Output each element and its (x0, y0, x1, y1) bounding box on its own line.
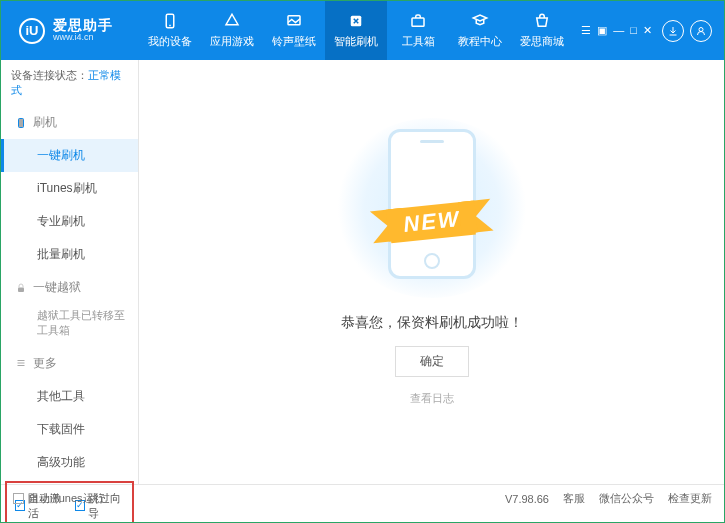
phone-small-icon (15, 117, 27, 129)
download-button[interactable] (662, 20, 684, 42)
nav-label: 智能刷机 (334, 34, 378, 49)
section-flash[interactable]: 刷机 (1, 106, 138, 139)
section-jailbreak[interactable]: 一键越狱 (1, 271, 138, 304)
ok-button[interactable]: 确定 (395, 346, 469, 377)
view-log-link[interactable]: 查看日志 (410, 391, 454, 406)
nav-apps[interactable]: 应用游戏 (201, 1, 263, 60)
nav-toolbox[interactable]: 工具箱 (387, 1, 449, 60)
nav-label: 我的设备 (148, 34, 192, 49)
version-label: V7.98.66 (505, 493, 549, 505)
svg-rect-6 (19, 118, 24, 127)
wechat-link[interactable]: 微信公众号 (599, 491, 654, 506)
nav-ringtone[interactable]: 铃声壁纸 (263, 1, 325, 60)
sidebar-item-advanced[interactable]: 高级功能 (1, 446, 138, 479)
svg-rect-7 (18, 287, 24, 292)
list-icon (15, 357, 27, 369)
download-icon (667, 25, 679, 37)
svg-point-5 (699, 27, 703, 31)
tutorial-icon (471, 12, 489, 30)
sidebar-item-batch-flash[interactable]: 批量刷机 (1, 238, 138, 271)
nav-label: 工具箱 (402, 34, 435, 49)
lock-icon (15, 282, 27, 294)
success-message: 恭喜您，保资料刷机成功啦！ (341, 314, 523, 332)
checkbox-block-itunes[interactable]: 阻止iTunes运行 (13, 491, 105, 506)
section-title: 更多 (33, 355, 57, 372)
app-header: iU 爱思助手 www.i4.cn 我的设备 应用游戏 铃声壁纸 智能刷机 工具… (1, 1, 724, 60)
sidebar-item-oneclick-flash[interactable]: 一键刷机 (1, 139, 138, 172)
apps-icon (223, 12, 241, 30)
toolbox-icon (409, 12, 427, 30)
nav-my-device[interactable]: 我的设备 (139, 1, 201, 60)
maximize-icon[interactable]: □ (630, 24, 637, 37)
section-more[interactable]: 更多 (1, 347, 138, 380)
main-content: NEW 恭喜您，保资料刷机成功啦！ 确定 查看日志 (139, 60, 724, 484)
sidebar: 设备连接状态：正常模式 刷机 一键刷机 iTunes刷机 专业刷机 批量刷机 一… (1, 60, 139, 484)
nav-label: 教程中心 (458, 34, 502, 49)
customer-service-link[interactable]: 客服 (563, 491, 585, 506)
main-nav: 我的设备 应用游戏 铃声壁纸 智能刷机 工具箱 教程中心 爱思商城 (139, 1, 573, 60)
sidebar-item-other-tools[interactable]: 其他工具 (1, 380, 138, 413)
user-icon (695, 25, 707, 37)
app-url: www.i4.cn (53, 33, 113, 43)
section-title: 一键越狱 (33, 279, 81, 296)
nav-store[interactable]: 爱思商城 (511, 1, 573, 60)
app-title: 爱思助手 (53, 18, 113, 33)
wallpaper-icon (285, 12, 303, 30)
header-right: ☰ ▣ — □ ✕ (581, 20, 712, 42)
checkbox-label: 阻止iTunes运行 (28, 491, 105, 506)
minimize-icon[interactable]: — (613, 24, 624, 37)
nav-label: 应用游戏 (210, 34, 254, 49)
store-icon (533, 12, 551, 30)
nav-tutorial[interactable]: 教程中心 (449, 1, 511, 60)
menu-icon[interactable]: ☰ (581, 24, 591, 37)
connection-status: 设备连接状态：正常模式 (1, 60, 138, 106)
nav-label: 铃声壁纸 (272, 34, 316, 49)
conn-label: 设备连接状态： (11, 69, 88, 81)
success-illustration: NEW (332, 118, 532, 298)
logo-icon: iU (19, 18, 45, 44)
user-button[interactable] (690, 20, 712, 42)
logo-area: iU 爱思助手 www.i4.cn (19, 18, 139, 44)
sidebar-item-download-firmware[interactable]: 下载固件 (1, 413, 138, 446)
jailbreak-note: 越狱工具已转移至工具箱 (1, 304, 138, 347)
sidebar-item-itunes-flash[interactable]: iTunes刷机 (1, 172, 138, 205)
nav-flash[interactable]: 智能刷机 (325, 1, 387, 60)
phone-icon (161, 12, 179, 30)
section-title: 刷机 (33, 114, 57, 131)
nav-label: 爱思商城 (520, 34, 564, 49)
svg-rect-4 (412, 18, 424, 26)
window-controls: ☰ ▣ — □ ✕ (581, 24, 652, 37)
flash-icon (347, 12, 365, 30)
check-update-link[interactable]: 检查更新 (668, 491, 712, 506)
skin-icon[interactable]: ▣ (597, 24, 607, 37)
checkbox-icon (13, 493, 24, 504)
sidebar-item-pro-flash[interactable]: 专业刷机 (1, 205, 138, 238)
close-icon[interactable]: ✕ (643, 24, 652, 37)
